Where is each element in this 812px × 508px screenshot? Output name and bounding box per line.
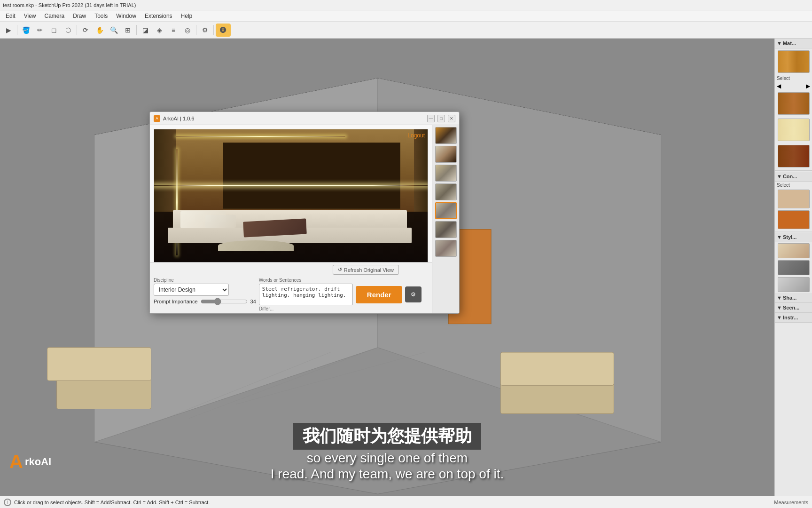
led-strip-top [154, 185, 428, 186]
outline-tool[interactable]: ◎ [181, 24, 194, 37]
title-bar: test room.skp - SketchUp Pro 2022 (31 da… [0, 0, 812, 10]
arkoai-brand-logo: A rkoAI [9, 451, 51, 472]
zoom-tool[interactable]: 🔍 [107, 24, 120, 37]
refresh-label: Refresh Original View [344, 267, 394, 273]
paint-tool[interactable]: 🪣 [19, 24, 32, 37]
arkoai-dialog: A ArkoAI | 1.0.6 — □ ✕ Logout [149, 111, 460, 314]
sofa-area [168, 196, 419, 251]
style-swatch-2[interactable] [778, 260, 810, 275]
arkoai-dialog-title-bar: A ArkoAI | 1.0.6 — □ ✕ [150, 112, 459, 125]
layers-tool[interactable]: ≡ [167, 24, 180, 37]
importance-value: 34 [250, 299, 256, 304]
arkoai-logo-icon: A [154, 115, 160, 122]
arkoai-dialog-title: ArkoAI | 1.0.6 [163, 116, 424, 121]
sofa-fur [218, 240, 294, 252]
arkoai-controls: Discipline Interior Design Architecture … [154, 278, 428, 311]
style-swatch-1[interactable] [778, 243, 810, 258]
extra-button[interactable]: ⚙ [405, 286, 422, 302]
thumbnail-3[interactable] [435, 165, 457, 182]
shadow-section-title[interactable]: ▼ Sha... [775, 293, 812, 303]
title-text: test room.skp - SketchUp Pro 2022 (31 da… [3, 2, 136, 8]
thumbnail-2[interactable] [435, 146, 457, 163]
materials-next[interactable]: ▶ [806, 83, 810, 89]
status-icon: i [4, 499, 11, 506]
logo-letter-a: A [9, 451, 23, 472]
logout-button[interactable]: Logout [407, 132, 425, 139]
select-tool[interactable]: ▶ [2, 24, 15, 37]
maximize-button[interactable]: □ [437, 115, 445, 122]
logo-text: rkoAI [25, 456, 51, 468]
zoom-extents-tool[interactable]: ⊞ [121, 24, 134, 37]
pan-tool[interactable]: ✋ [93, 24, 106, 37]
arkoai-bottom-controls: ↺ Refresh Original View Discipline Inter… [150, 262, 432, 313]
material-swatch-light[interactable] [778, 119, 810, 141]
style-swatch-3[interactable] [778, 277, 810, 292]
menu-window[interactable]: Window [112, 12, 140, 20]
scenes-section-title[interactable]: ▼ Scen... [775, 303, 812, 313]
thumbnail-1[interactable] [435, 127, 457, 144]
instructor-section-title[interactable]: ▼ Instr... [775, 313, 812, 323]
importance-row: Prompt Importance 34 [154, 298, 256, 305]
menu-tools[interactable]: Tools [91, 12, 111, 20]
arko-tool[interactable]: 🅐 [216, 24, 231, 37]
color-swatch-orange[interactable] [778, 210, 810, 229]
discipline-label: Discipline [154, 278, 256, 283]
prompt-label: Words or Sentences [259, 278, 353, 283]
materials-nav: ◀ ▶ [775, 82, 812, 90]
prompt-group: Words or Sentences Steel refrigerator, d… [259, 278, 353, 311]
panel-divider-2 [775, 231, 812, 231]
toolbar: ▶ 🪣 ✏ ◻ ⬡ ⟳ ✋ 🔍 ⊞ ◪ ◈ ≡ ◎ ⚙ 🅐 [0, 22, 812, 39]
menu-bar: Edit View Camera Draw Tools Window Exten… [0, 10, 812, 22]
menu-view[interactable]: View [20, 12, 40, 20]
arkoai-main: Logout [150, 125, 432, 313]
arkoai-content: Logout [150, 125, 459, 313]
minimize-button[interactable]: — [427, 115, 435, 122]
material-swatch-dark[interactable] [778, 145, 810, 167]
materials-section-title[interactable]: ▼ Mat... [775, 39, 812, 48]
menu-draw[interactable]: Draw [69, 12, 90, 20]
styles-section-title[interactable]: ▼ Styl... [775, 232, 812, 242]
colors-section-title[interactable]: ▼ Con... [775, 172, 812, 182]
viewport[interactable]: A ArkoAI | 1.0.6 — □ ✕ Logout [0, 39, 774, 496]
right-panel: ▼ Mat... Select ◀ ▶ ▼ Con... Select ▼ St… [774, 39, 812, 496]
color-swatch-beige[interactable] [778, 190, 810, 208]
svg-rect-11 [500, 352, 614, 385]
orbit-tool[interactable]: ⟳ [79, 24, 92, 37]
eraser-tool[interactable]: ◻ [47, 24, 61, 37]
led-top-left [176, 136, 346, 137]
refresh-icon: ↺ [338, 267, 342, 273]
materials-prev[interactable]: ◀ [777, 83, 781, 89]
pencil-tool[interactable]: ✏ [33, 24, 47, 37]
menu-edit[interactable]: Edit [2, 12, 19, 20]
diffusion-label: Differ... [259, 306, 353, 311]
thumbnail-7[interactable] [435, 240, 457, 257]
render-button[interactable]: Render [356, 286, 403, 303]
main-area: A ArkoAI | 1.0.6 — □ ✕ Logout [0, 39, 812, 496]
refresh-button[interactable]: ↺ Refresh Original View [333, 265, 399, 275]
importance-slider[interactable] [201, 298, 248, 305]
panel-divider-1 [775, 170, 812, 171]
section-tool[interactable]: ◪ [139, 24, 152, 37]
materials-select-label: Select [775, 75, 812, 82]
menu-extensions[interactable]: Extensions [141, 12, 176, 20]
settings-tool[interactable]: ⚙ [198, 24, 211, 37]
thumbnail-5[interactable] [435, 202, 457, 219]
sofa-cushion2 [205, 215, 235, 227]
styles-tool[interactable]: ◈ [153, 24, 166, 37]
discipline-select[interactable]: Interior Design Architecture Landscape [154, 284, 229, 296]
close-button[interactable]: ✕ [448, 115, 455, 122]
interior-render [154, 129, 428, 262]
material-swatch-wood2[interactable] [778, 92, 810, 115]
colors-select-label: Select [775, 182, 812, 189]
pushpull-tool[interactable]: ⬡ [62, 24, 75, 37]
thumbnail-4[interactable] [435, 183, 457, 200]
svg-rect-9 [47, 348, 151, 381]
arkoai-thumbnails [432, 125, 459, 313]
menu-camera[interactable]: Camera [40, 12, 68, 20]
measurements-label: Measurements [774, 500, 808, 505]
menu-help[interactable]: Help [177, 12, 196, 20]
status-bar: i Click or drag to select objects. Shift… [0, 496, 812, 508]
thumbnail-6[interactable] [435, 221, 457, 238]
prompt-textarea[interactable]: Steel refrigerator, drift lighting, hang… [259, 284, 353, 305]
material-swatch-wood[interactable] [778, 50, 810, 73]
